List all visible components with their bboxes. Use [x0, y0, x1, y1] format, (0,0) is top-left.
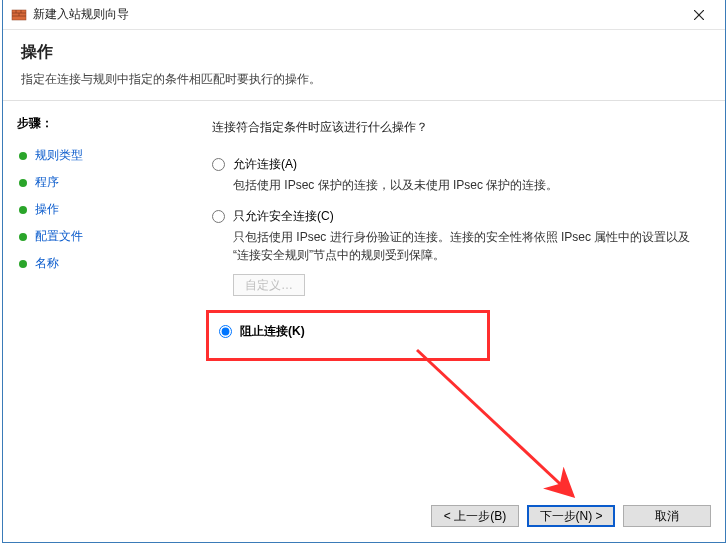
- titlebar: 新建入站规则向导: [3, 0, 725, 30]
- radio-allow[interactable]: [212, 158, 225, 171]
- steps-list: 规则类型 程序 操作 配置文件 名称: [17, 142, 178, 277]
- close-button[interactable]: [677, 1, 721, 29]
- step-action[interactable]: 操作: [17, 196, 178, 223]
- page-title: 操作: [21, 42, 707, 63]
- firewall-icon: [11, 7, 27, 23]
- close-icon: [694, 10, 704, 20]
- option-allow-secure: 只允许安全连接(C) 只包括使用 IPsec 进行身份验证的连接。连接的安全性将…: [212, 208, 701, 296]
- option-block-label[interactable]: 阻止连接(K): [219, 323, 473, 340]
- step-dot-icon: [19, 260, 27, 268]
- step-label: 配置文件: [35, 228, 83, 245]
- step-name[interactable]: 名称: [17, 250, 178, 277]
- highlight-annotation: 阻止连接(K): [206, 310, 490, 361]
- wizard-window: 新建入站规则向导 操作 指定在连接与规则中指定的条件相匹配时要执行的操作。 步骤…: [2, 0, 726, 543]
- step-profile[interactable]: 配置文件: [17, 223, 178, 250]
- option-title: 允许连接(A): [233, 156, 297, 173]
- option-allow: 允许连接(A) 包括使用 IPsec 保护的连接，以及未使用 IPsec 保护的…: [212, 156, 701, 194]
- back-button[interactable]: < 上一步(B): [431, 505, 519, 527]
- option-title: 阻止连接(K): [240, 323, 305, 340]
- window-title: 新建入站规则向导: [33, 6, 677, 23]
- option-allow-label[interactable]: 允许连接(A): [212, 156, 701, 173]
- next-button[interactable]: 下一步(N) >: [527, 505, 615, 527]
- question-text: 连接符合指定条件时应该进行什么操作？: [212, 119, 701, 136]
- step-label: 操作: [35, 201, 59, 218]
- step-dot-icon: [19, 206, 27, 214]
- button-bar: < 上一步(B) 下一步(N) > 取消: [3, 500, 725, 532]
- option-title: 只允许安全连接(C): [233, 208, 334, 225]
- steps-sidebar: 步骤： 规则类型 程序 操作 配置文件 名称: [3, 101, 188, 503]
- customize-button: 自定义…: [233, 274, 305, 296]
- step-label: 名称: [35, 255, 59, 272]
- step-rule-type[interactable]: 规则类型: [17, 142, 178, 169]
- radio-block[interactable]: [219, 325, 232, 338]
- option-desc: 包括使用 IPsec 保护的连接，以及未使用 IPsec 保护的连接。: [233, 177, 701, 194]
- option-desc: 只包括使用 IPsec 进行身份验证的连接。连接的安全性将依照 IPsec 属性…: [233, 229, 701, 264]
- step-dot-icon: [19, 233, 27, 241]
- option-allow-secure-label[interactable]: 只允许安全连接(C): [212, 208, 701, 225]
- steps-label: 步骤：: [17, 115, 178, 132]
- cancel-button[interactable]: 取消: [623, 505, 711, 527]
- step-program[interactable]: 程序: [17, 169, 178, 196]
- header: 操作 指定在连接与规则中指定的条件相匹配时要执行的操作。: [3, 30, 725, 96]
- option-block: 阻止连接(K): [219, 323, 473, 340]
- step-label: 程序: [35, 174, 59, 191]
- step-dot-icon: [19, 179, 27, 187]
- page-subtitle: 指定在连接与规则中指定的条件相匹配时要执行的操作。: [21, 71, 707, 88]
- step-dot-icon: [19, 152, 27, 160]
- radio-allow-secure[interactable]: [212, 210, 225, 223]
- step-label: 规则类型: [35, 147, 83, 164]
- content-pane: 连接符合指定条件时应该进行什么操作？ 允许连接(A) 包括使用 IPsec 保护…: [188, 101, 725, 503]
- body: 步骤： 规则类型 程序 操作 配置文件 名称 连接符合指定条件时应该进行什么操作…: [3, 101, 725, 503]
